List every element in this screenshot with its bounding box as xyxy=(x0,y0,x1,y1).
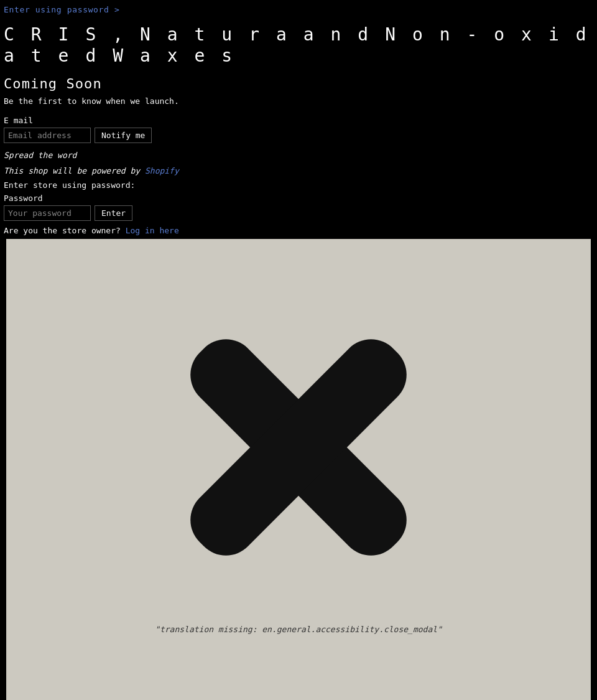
email-section: E mail Notify me xyxy=(0,112,597,147)
password-row: Enter xyxy=(0,204,597,222)
modal-area: "translation missing: en.general.accessi… xyxy=(6,239,591,700)
store-owner-text: Are you the store owner? xyxy=(4,226,121,235)
store-title-area: C R I S , N a t u r a a n d N o n - o x … xyxy=(0,19,597,71)
password-label: Password xyxy=(0,191,597,204)
enter-button[interactable]: Enter xyxy=(95,205,132,221)
close-modal-icon-container[interactable] xyxy=(143,276,454,618)
email-label: E mail xyxy=(4,116,593,125)
notify-me-button[interactable]: Notify me xyxy=(95,128,152,143)
password-input[interactable] xyxy=(4,205,91,221)
spread-word-text: Spread the word xyxy=(0,147,597,164)
coming-soon-heading: Coming Soon xyxy=(0,71,597,94)
enter-store-label: Enter store using password: xyxy=(0,178,597,191)
store-title: C R I S , N a t u r a a n d N o n - o x … xyxy=(4,24,593,66)
log-in-here-link[interactable]: Log in here xyxy=(126,226,179,235)
close-modal-translation-text: "translation missing: en.general.accessi… xyxy=(155,625,442,634)
close-modal-icon[interactable] xyxy=(143,286,454,609)
email-input[interactable] xyxy=(4,128,91,143)
top-bar: Enter using password > xyxy=(0,0,597,19)
email-row: Notify me xyxy=(4,128,593,143)
store-owner-row: Are you the store owner? Log in here xyxy=(0,222,597,239)
shopify-link[interactable]: Shopify xyxy=(145,166,179,175)
powered-by-label: This shop will be powered by xyxy=(4,166,145,175)
powered-by: This shop will be powered by Shopify xyxy=(0,164,597,178)
launch-subtitle: Be the first to know when we launch. xyxy=(0,94,597,112)
enter-using-password-link[interactable]: Enter using password > xyxy=(4,5,120,14)
